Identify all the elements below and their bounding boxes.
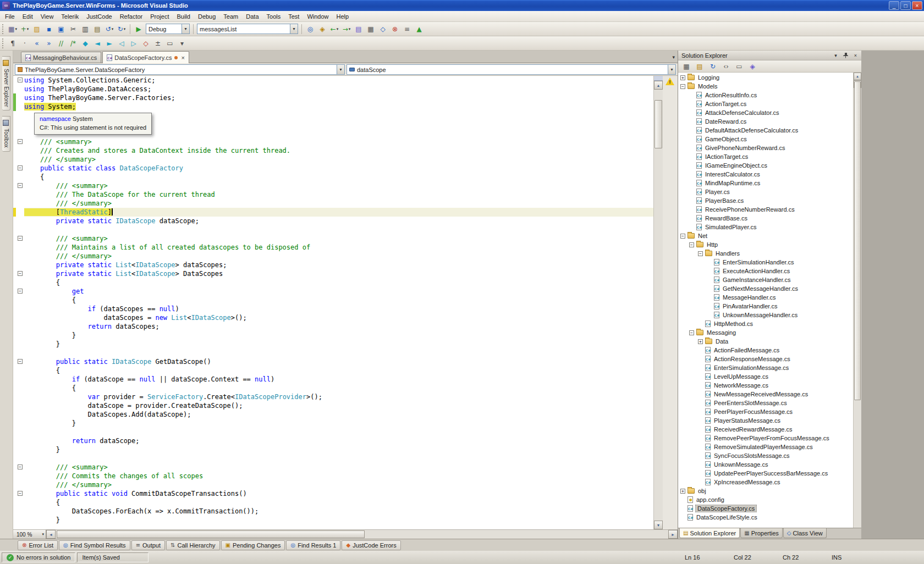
tree-item-actiontarget-cs[interactable]: C#ActionTarget.cs <box>678 99 853 108</box>
tree-item-messaging[interactable]: −Messaging <box>678 328 853 337</box>
properties-icon[interactable]: ▦ <box>681 61 692 72</box>
scroll-down-icon[interactable]: ▼ <box>654 521 663 529</box>
expand-icon[interactable]: + <box>680 489 685 494</box>
prev-bookmark-icon[interactable]: ◄ <box>92 38 103 49</box>
tree-item-unkownmessagehandler-cs[interactable]: C#UnkownMessageHandler.cs <box>678 311 853 319</box>
panel-tab-solution-explorer[interactable]: ▤Solution Explorer <box>679 528 740 538</box>
code-line[interactable]: return dataScopes; <box>13 322 653 331</box>
code-line[interactable]: } <box>13 340 653 349</box>
toolbar-options-icon[interactable]: ▾ <box>177 38 188 49</box>
prev-bookmark-folder-icon[interactable]: ◁ <box>116 38 127 49</box>
code-line[interactable]: using System; <box>13 102 653 111</box>
menu-window[interactable]: Window <box>303 12 332 21</box>
save-all-icon[interactable]: ▣ <box>56 24 67 35</box>
cut-icon[interactable]: ✂ <box>68 24 79 35</box>
scroll-up-icon[interactable]: ▲ <box>854 73 861 80</box>
indent-decrease-icon[interactable]: « <box>31 38 42 49</box>
navigate-backward-icon[interactable]: ←▾ <box>329 24 340 35</box>
code-line[interactable]: { <box>13 366 653 375</box>
code-line[interactable]: { <box>13 278 653 287</box>
next-bookmark-icon[interactable]: ► <box>104 38 115 49</box>
tree-item-peerplayerfocusmessage-cs[interactable]: C#PeerPlayerFocusMessage.cs <box>678 407 853 416</box>
menu-debug[interactable]: Debug <box>194 12 219 21</box>
collapse-icon[interactable]: − <box>680 84 685 89</box>
code-line[interactable]: − public static void CommitDataScopeTran… <box>13 489 653 498</box>
start-debug-icon[interactable]: ▶ <box>133 24 144 35</box>
code-line[interactable]: { <box>13 173 653 181</box>
code-line[interactable] <box>13 225 653 234</box>
tree-scroll-thumb[interactable] <box>854 81 861 400</box>
tree-item-attackdefensecalculator-cs[interactable]: C#AttackDefenseCalculator.cs <box>678 108 853 117</box>
menu-telerik[interactable]: Telerik <box>57 12 82 21</box>
close-icon[interactable]: × <box>851 52 860 59</box>
fold-toggle-icon[interactable]: − <box>18 139 23 144</box>
tree-item-playerstatusmessage-cs[interactable]: C#PlayerStatusMessage.cs <box>678 416 853 425</box>
tree-item-networkmessage-cs[interactable]: C#NetworkMessage.cs <box>678 381 853 390</box>
menu-project[interactable]: Project <box>146 12 173 21</box>
zoom-control[interactable]: 100 %▾ <box>13 530 46 539</box>
chevron-down-icon[interactable]: ▾ <box>337 65 344 74</box>
code-line[interactable]: − /// <summary> <box>13 234 653 243</box>
tree-item-givephonenumberreward-cs[interactable]: C#GivePhoneNumberReward.cs <box>678 143 853 152</box>
scroll-right-icon[interactable]: ► <box>668 530 678 539</box>
tree-item-playerbase-cs[interactable]: C#PlayerBase.cs <box>678 196 853 205</box>
hscroll-track[interactable] <box>56 530 668 539</box>
menu-tools[interactable]: Tools <box>263 12 285 21</box>
code-line[interactable]: /// </summary> <box>13 480 653 489</box>
tree-item-data[interactable]: +Data <box>678 337 853 346</box>
code-line[interactable]: /// Commits the changes of all scopes <box>13 472 653 480</box>
code-line[interactable]: } <box>13 445 653 454</box>
code-line[interactable]: − /// <summary> <box>13 137 653 146</box>
collapse-icon[interactable]: − <box>698 251 703 256</box>
code-line[interactable]: /// Maintains a list of all created data… <box>13 243 653 252</box>
code-line[interactable]: } <box>13 419 653 428</box>
tree-item-app-config[interactable]: app.config <box>678 495 853 504</box>
tree-item-pinavatarhandler-cs[interactable]: C#PinAvatarHandler.cs <box>678 302 853 311</box>
tree-item-receivedrewardmessage-cs[interactable]: C#ReceivedRewardMessage.cs <box>678 425 853 434</box>
tree-item-iactiontarget-cs[interactable]: C#IActionTarget.cs <box>678 152 853 161</box>
fold-toggle-icon[interactable]: − <box>18 289 23 294</box>
word-wrap-icon[interactable]: ¶ <box>7 38 18 49</box>
view-designer-icon[interactable]: ▭ <box>734 61 745 72</box>
code-line[interactable]: −using System.Collections.Generic; <box>13 76 653 85</box>
tree-item-entersimulationmessage-cs[interactable]: C#EnterSimulationMessage.cs <box>678 363 853 372</box>
tree-item-newmessagereceivedmessage-cs[interactable]: C#NewMessageReceivedMessage.cs <box>678 390 853 399</box>
tree-item-actionfailedmessage-cs[interactable]: C#ActionFailedMessage.cs <box>678 346 853 355</box>
code-line[interactable]: dataScopes = new List<IDataScope>(); <box>13 313 653 322</box>
fold-toggle-icon[interactable]: − <box>18 491 23 496</box>
code-line[interactable]: dataScope = provider.CreateDataScope(); <box>13 401 653 410</box>
document-tab-messagingbehaviour-cs[interactable]: C#MessagingBehaviour.cs <box>21 52 101 63</box>
fold-toggle-icon[interactable]: − <box>18 236 23 241</box>
fold-toggle-icon[interactable]: − <box>18 271 23 276</box>
tool-tab-output[interactable]: ≡Output <box>131 540 165 550</box>
tree-item-actionresultinfo-cs[interactable]: C#ActionResultInfo.cs <box>678 91 853 99</box>
tree-item-defaultattackdefensecalculator-cs[interactable]: C#DefaultAttackDefenseCalculator.cs <box>678 126 853 135</box>
editor-vertical-scrollbar[interactable]: ▲ ▼ <box>653 76 663 529</box>
paste-icon[interactable]: ▤ <box>92 24 103 35</box>
code-line[interactable]: { <box>13 384 653 392</box>
code-line[interactable]: if (dataScopes == null) <box>13 305 653 313</box>
code-line[interactable]: { <box>13 296 653 305</box>
undo-icon[interactable]: ↺▾ <box>104 24 115 35</box>
tree-item-igameengineobject-cs[interactable]: C#IGameEngineObject.cs <box>678 161 853 170</box>
toolbar-grip[interactable] <box>2 24 4 34</box>
tree-item-gameobject-cs[interactable]: C#GameObject.cs <box>678 135 853 143</box>
vscroll-thumb[interactable] <box>654 100 662 148</box>
tool-tab-justcode-errors[interactable]: ◆JustCode Errors <box>342 540 400 550</box>
minimize-button[interactable]: _ <box>889 1 899 10</box>
tree-item-simulatedplayer-cs[interactable]: C#SimulatedPlayer.cs <box>678 223 853 231</box>
menu-file[interactable]: File <box>1 12 19 21</box>
tree-item-mindmapruntime-cs[interactable]: C#MindMapRuntime.cs <box>678 179 853 187</box>
tree-item-unkownmessage-cs[interactable]: C#UnkownMessage.cs <box>678 460 853 469</box>
expand-icon[interactable]: + <box>698 339 703 344</box>
clear-bookmarks-icon[interactable]: ◇ <box>140 38 151 49</box>
navigate-forward-icon[interactable]: →▾ <box>341 24 352 35</box>
expand-icon[interactable]: + <box>680 75 685 80</box>
tree-item-receivephonenumberreward-cs[interactable]: C#ReceivePhoneNumberReward.cs <box>678 205 853 214</box>
panel-tab-properties[interactable]: ▦Properties <box>740 528 783 538</box>
collapse-icon[interactable]: − <box>689 242 694 247</box>
scroll-up-icon[interactable]: ▲ <box>654 81 663 90</box>
code-line[interactable]: { <box>13 498 653 507</box>
code-line[interactable]: } <box>13 516 653 524</box>
tree-item-net[interactable]: −Net <box>678 231 853 240</box>
